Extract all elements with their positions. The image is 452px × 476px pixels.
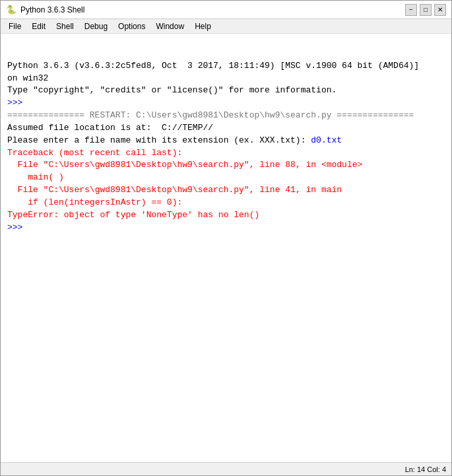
- maximize-button[interactable]: □: [420, 4, 432, 16]
- menu-item-window[interactable]: Window: [150, 20, 189, 32]
- menu-bar: FileEditShellDebugOptionsWindowHelp: [1, 19, 451, 34]
- shell-wrapper: Python 3.6.3 (v3.6.3:2c5fed8, Oct 3 2017…: [1, 34, 451, 462]
- status-bar: Ln: 14 Col: 4: [1, 462, 451, 475]
- shell-area[interactable]: Python 3.6.3 (v3.6.3:2c5fed8, Oct 3 2017…: [1, 34, 451, 462]
- menu-item-options[interactable]: Options: [113, 20, 150, 32]
- window-title: Python 3.6.3 Shell: [20, 5, 84, 15]
- menu-item-debug[interactable]: Debug: [79, 20, 113, 32]
- main-window: 🐍 Python 3.6.3 Shell − □ ✕ FileEditShell…: [0, 0, 452, 476]
- title-bar-left: 🐍 Python 3.6.3 Shell: [6, 5, 84, 15]
- shell-content: Python 3.6.3 (v3.6.3:2c5fed8, Oct 3 2017…: [7, 35, 449, 234]
- status-text: Ln: 14 Col: 4: [405, 465, 446, 473]
- menu-item-edit[interactable]: Edit: [26, 20, 51, 32]
- title-bar: 🐍 Python 3.6.3 Shell − □ ✕: [1, 1, 451, 19]
- menu-item-shell[interactable]: Shell: [51, 20, 79, 32]
- minimize-button[interactable]: −: [405, 4, 417, 16]
- title-buttons: − □ ✕: [405, 4, 446, 16]
- menu-item-help[interactable]: Help: [189, 20, 216, 32]
- app-icon: 🐍: [6, 5, 16, 15]
- menu-item-file[interactable]: File: [3, 20, 26, 32]
- close-button[interactable]: ✕: [434, 4, 446, 16]
